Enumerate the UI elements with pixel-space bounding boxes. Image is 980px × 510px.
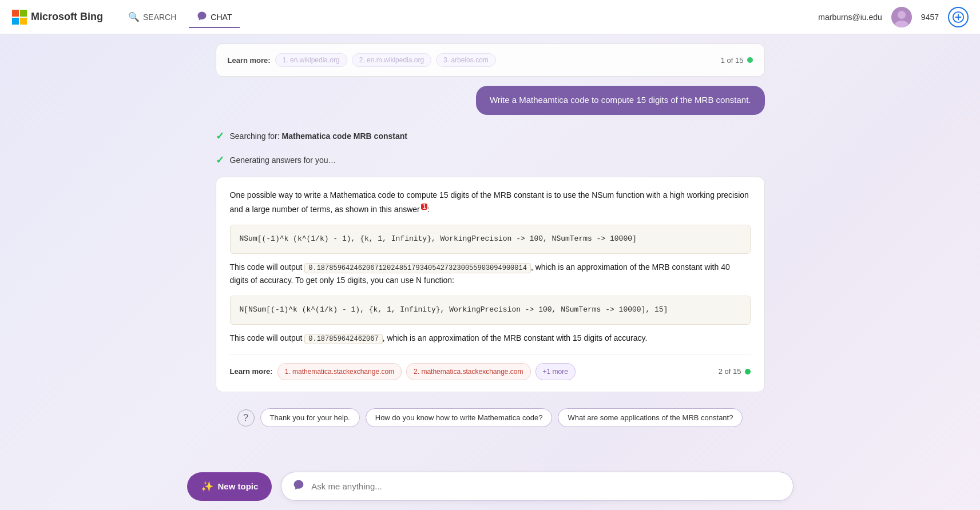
prev-source-2[interactable]: 2. en.m.wikipedia.org: [352, 53, 431, 67]
checkmark-generate-icon: ✓: [216, 154, 224, 166]
chat-container: Learn more: 1. en.wikipedia.org 2. en.m.…: [204, 34, 776, 465]
inline-code-2: 0.187859642462067: [304, 334, 382, 344]
search-icon: 🔍: [128, 11, 140, 22]
status-generating: ✓ Generating answers for you…: [216, 153, 765, 168]
source-2[interactable]: 2. mathematica.stackexchange.com: [406, 363, 530, 380]
reply-chip-2[interactable]: What are some applications of the MRB co…: [558, 408, 743, 427]
bing-logo[interactable]: Microsoft Bing: [11, 9, 103, 25]
header-right: marburns@iu.edu 9457: [818, 7, 969, 27]
prev-response-card: Learn more: 1. en.wikipedia.org 2. en.m.…: [216, 43, 765, 77]
new-topic-icon: ✨: [201, 480, 213, 493]
bottom-bar: ✨ New topic: [176, 465, 805, 510]
user-avatar[interactable]: [891, 7, 912, 27]
question-icon: ?: [237, 409, 255, 427]
code-block-2[interactable]: N[NSum[(-1)^k (k^(1/k) - 1), {k, 1, Infi…: [230, 296, 751, 325]
points-badge[interactable]: [948, 7, 969, 27]
chat-icon: [197, 11, 207, 23]
reply-chip-1[interactable]: How do you know how to write Mathematica…: [366, 408, 553, 427]
user-email: marburns@iu.edu: [818, 13, 882, 22]
ai-paragraph-1: One possible way to write a Mathematica …: [230, 189, 751, 217]
brand-name: Microsoft Bing: [31, 11, 103, 23]
input-area[interactable]: [281, 472, 793, 501]
new-topic-button[interactable]: ✨ New topic: [187, 472, 272, 501]
main-content: Learn more: 1. en.wikipedia.org 2. en.m.…: [0, 34, 980, 510]
microsoft-logo-icon: [11, 9, 27, 25]
inline-code-1: 0.18785964246206712024851793405427323005…: [304, 263, 531, 273]
prev-page-indicator: 1 of 15: [721, 56, 753, 65]
source-1[interactable]: 1. mathematica.stackexchange.com: [277, 363, 402, 380]
code-block-1[interactable]: NSum[(-1)^k (k^(1/k) - 1), {k, 1, Infini…: [230, 225, 751, 254]
learn-more-label: Learn more:: [230, 365, 273, 378]
header: Microsoft Bing 🔍 SEARCH CHAT marburns@iu…: [0, 0, 980, 34]
checkmark-search-icon: ✓: [216, 130, 224, 142]
svg-rect-3: [20, 18, 27, 25]
user-message: Write a Matheamtica code to compute 15 d…: [216, 86, 765, 119]
ai-response-card: One possible way to write a Mathematica …: [216, 177, 765, 393]
status-searching: ✓ Searching for: Mathematica code MRB co…: [216, 129, 765, 144]
generating-text: Generating answers for you…: [230, 156, 336, 165]
points-number: 9457: [921, 13, 939, 22]
svg-rect-1: [20, 10, 27, 17]
green-dot-icon: [747, 57, 753, 63]
ai-paragraph-3: This code will output 0.187859642462067,…: [230, 332, 751, 345]
prev-learn-more-row: Learn more: 1. en.wikipedia.org 2. en.m.…: [228, 53, 753, 67]
reply-chip-0[interactable]: Thank you for your help.: [260, 408, 360, 427]
suggested-replies: ? Thank you for your help. How do you kn…: [216, 401, 765, 434]
search-query: Mathematica code MRB constant: [282, 132, 407, 141]
svg-rect-2: [12, 18, 19, 25]
green-dot-2-icon: [745, 369, 751, 374]
prev-source-3[interactable]: 3. arbelos.com: [436, 53, 496, 67]
svg-point-5: [898, 11, 906, 19]
main-nav: 🔍 SEARCH CHAT: [120, 6, 818, 28]
learn-more-section: Learn more: 1. mathematica.stackexchange…: [230, 354, 751, 380]
input-chat-icon: [293, 479, 304, 493]
more-sources[interactable]: +1 more: [535, 363, 576, 380]
user-bubble: Write a Matheamtica code to compute 15 d…: [476, 86, 765, 115]
ask-input[interactable]: [311, 481, 781, 491]
svg-rect-0: [12, 10, 19, 17]
citation-sup: 1: [421, 204, 428, 210]
nav-chat[interactable]: CHAT: [189, 6, 240, 28]
nav-search[interactable]: 🔍 SEARCH: [120, 7, 184, 27]
prev-source-1[interactable]: 1. en.wikipedia.org: [275, 53, 347, 67]
page-indicator: 2 of 15: [719, 365, 751, 378]
ai-paragraph-2: This code will output 0.1878596424620671…: [230, 261, 751, 288]
prev-learn-more-label: Learn more:: [228, 56, 271, 65]
